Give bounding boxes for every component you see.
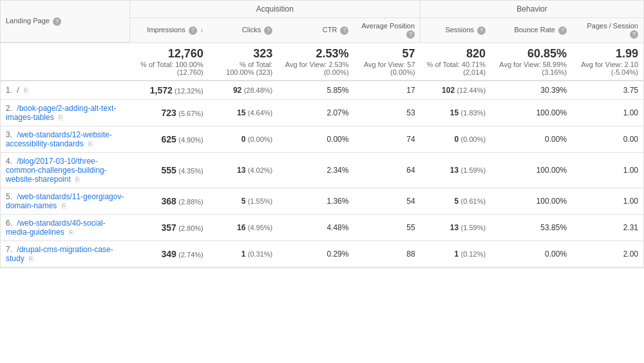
bounce-rate-cell: 100.00% bbox=[491, 99, 572, 126]
bounce-rate-cell: 0.00% bbox=[491, 240, 572, 267]
page-link[interactable]: /drupal-cms-migration-case-study bbox=[6, 245, 113, 263]
copy-icon[interactable]: ⎘ bbox=[59, 113, 63, 121]
clicks-cell: 92 (28.48%) bbox=[209, 81, 278, 100]
landing-page-header: Landing Page bbox=[6, 17, 50, 25]
landing-page-cell: 5. /web-standards/11-georgiagov-domain-n… bbox=[1, 188, 129, 214]
impressions-help-icon[interactable]: ? bbox=[189, 26, 197, 35]
page-link[interactable]: /web-standards/40-social-media-guideline… bbox=[6, 219, 106, 237]
totals-sessions: 820 % of Total: 40.71% (2,014) bbox=[421, 43, 491, 81]
clicks-cell: 0 (0.00%) bbox=[209, 126, 278, 152]
copy-icon[interactable]: ⎘ bbox=[69, 228, 73, 236]
table-row: 5. /web-standards/11-georgiagov-domain-n… bbox=[1, 188, 643, 214]
row-number: 1. bbox=[6, 86, 15, 95]
analytics-table-container: Landing Page ? Acquisition Behavior Impr… bbox=[0, 0, 644, 268]
copy-icon[interactable]: ⎘ bbox=[75, 175, 80, 183]
impressions-cell: 625 (4.90%) bbox=[129, 126, 209, 152]
landing-page-cell: 1. / ⎘ bbox=[1, 81, 129, 100]
pages-session-cell: 2.31 bbox=[572, 214, 643, 240]
landing-page-cell: 4. /blog/2017-03-10/three-common-challen… bbox=[1, 152, 129, 188]
table-row: 6. /web-standards/40-social-media-guidel… bbox=[1, 214, 643, 240]
sessions-cell: 13 (1.59%) bbox=[421, 214, 491, 240]
acquisition-group-header: Acquisition bbox=[129, 1, 421, 18]
impressions-cell: 555 (4.35%) bbox=[129, 152, 209, 188]
totals-bounce-rate: 60.85% Avg for View: 58.99% (3.16%) bbox=[491, 43, 572, 81]
sessions-cell: 13 (1.59%) bbox=[421, 152, 491, 188]
ctr-cell: 5.85% bbox=[278, 81, 354, 100]
avg-pos-cell: 74 bbox=[354, 126, 420, 152]
ctr-cell: 0.29% bbox=[278, 240, 354, 267]
avg-position-help-icon[interactable]: ? bbox=[406, 30, 415, 39]
row-number: 2. bbox=[6, 104, 15, 113]
row-number: 5. bbox=[6, 192, 15, 201]
table-row: 1. / ⎘ 1,572 (12.32%) 92 (28.48%) 5.85% … bbox=[1, 81, 643, 100]
page-link[interactable]: /blog/2017-03-10/three-common-challenges… bbox=[6, 157, 107, 184]
bounce-rate-cell: 30.39% bbox=[491, 81, 572, 100]
pages-session-help-icon[interactable]: ? bbox=[630, 30, 638, 39]
table-row: 2. /book-page/2-adding-alt-text-images-t… bbox=[1, 99, 643, 126]
ctr-help-icon[interactable]: ? bbox=[340, 26, 348, 35]
pages-session-cell: 1.00 bbox=[572, 99, 643, 126]
ctr-cell: 2.07% bbox=[278, 99, 354, 126]
landing-page-cell: 6. /web-standards/40-social-media-guidel… bbox=[1, 214, 129, 240]
ctr-cell: 1.36% bbox=[278, 188, 354, 214]
landing-page-cell: 2. /book-page/2-adding-alt-text-images-t… bbox=[1, 99, 129, 126]
impressions-cell: 723 (5.67%) bbox=[129, 99, 209, 126]
pages-session-cell: 0.00 bbox=[572, 126, 643, 152]
clicks-help-icon[interactable]: ? bbox=[264, 26, 272, 35]
row-number: 4. bbox=[6, 157, 15, 166]
bounce-rate-cell: 53.85% bbox=[491, 214, 572, 240]
sessions-cell: 5 (0.61%) bbox=[421, 188, 491, 214]
pages-session-cell: 1.00 bbox=[572, 152, 643, 188]
bounce-rate-header: Bounce Rate ? bbox=[491, 18, 572, 43]
ctr-cell: 4.48% bbox=[278, 214, 354, 240]
pages-session-cell: 3.75 bbox=[572, 81, 643, 100]
impressions-cell: 349 (2.74%) bbox=[129, 240, 209, 267]
ctr-cell: 2.34% bbox=[278, 152, 354, 188]
sessions-cell: 102 (12.44%) bbox=[421, 81, 491, 100]
impressions-cell: 1,572 (12.32%) bbox=[129, 81, 209, 100]
clicks-cell: 13 (4.02%) bbox=[209, 152, 278, 188]
table-row: 7. /drupal-cms-migration-case-study ⎘ 34… bbox=[1, 240, 643, 267]
totals-ctr: 2.53% Avg for View: 2.53% (0.00%) bbox=[278, 43, 354, 81]
pages-session-cell: 2.00 bbox=[572, 240, 643, 267]
avg-pos-cell: 88 bbox=[354, 240, 420, 267]
page-link[interactable]: / bbox=[17, 86, 19, 95]
landing-page-cell: 7. /drupal-cms-migration-case-study ⎘ bbox=[1, 240, 129, 267]
bounce-rate-cell: 100.00% bbox=[491, 152, 572, 188]
sort-icon[interactable]: ↓ bbox=[200, 26, 204, 34]
pages-session-cell: 1.00 bbox=[572, 188, 643, 214]
avg-pos-cell: 53 bbox=[354, 99, 420, 126]
table-row: 4. /blog/2017-03-10/three-common-challen… bbox=[1, 152, 643, 188]
impressions-header: Impressions ? ↓ bbox=[129, 18, 209, 43]
copy-icon[interactable]: ⎘ bbox=[62, 202, 66, 210]
avg-pos-cell: 55 bbox=[354, 214, 420, 240]
totals-row: 12,760 % of Total: 100.00% (12,760) 323 … bbox=[1, 43, 643, 81]
copy-icon[interactable]: ⎘ bbox=[88, 140, 93, 148]
row-number: 6. bbox=[6, 219, 15, 228]
avg-pos-cell: 54 bbox=[354, 188, 420, 214]
bounce-rate-help-icon[interactable]: ? bbox=[558, 26, 567, 35]
clicks-cell: 15 (4.64%) bbox=[209, 99, 278, 126]
sessions-cell: 0 (0.00%) bbox=[421, 126, 491, 152]
totals-impressions: 12,760 % of Total: 100.00% (12,760) bbox=[129, 43, 209, 81]
table-row: 3. /web-standards/12-website-accessibili… bbox=[1, 126, 643, 152]
clicks-cell: 1 (0.31%) bbox=[209, 240, 278, 267]
impressions-cell: 357 (2.80%) bbox=[129, 214, 209, 240]
copy-icon[interactable]: ⎘ bbox=[24, 86, 28, 94]
avg-position-header: Average Position ? bbox=[354, 18, 420, 43]
totals-avg-pos: 57 Avg for View: 57 (0.00%) bbox=[354, 43, 420, 81]
impressions-cell: 368 (2.88%) bbox=[129, 188, 209, 214]
sessions-help-icon[interactable]: ? bbox=[477, 26, 486, 35]
section-group-row: Landing Page ? Acquisition Behavior bbox=[1, 1, 643, 18]
clicks-cell: 16 (4.95%) bbox=[209, 214, 278, 240]
page-link[interactable]: /web-standards/12-website-accessibility-… bbox=[6, 130, 112, 148]
avg-pos-cell: 17 bbox=[354, 81, 420, 100]
copy-icon[interactable]: ⎘ bbox=[29, 255, 33, 262]
landing-page-help-icon[interactable]: ? bbox=[53, 17, 61, 26]
sessions-cell: 1 (0.12%) bbox=[421, 240, 491, 267]
clicks-header: Clicks ? bbox=[209, 18, 278, 43]
ctr-header: CTR ? bbox=[278, 18, 354, 43]
row-number: 7. bbox=[6, 245, 15, 254]
bounce-rate-cell: 100.00% bbox=[491, 188, 572, 214]
pages-session-header: Pages / Session ? bbox=[572, 18, 643, 43]
